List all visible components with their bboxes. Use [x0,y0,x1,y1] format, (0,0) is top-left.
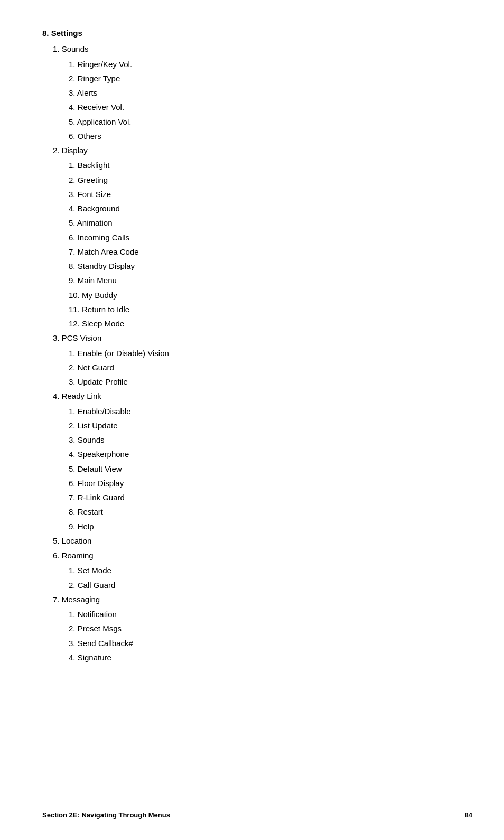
list-item: 4. Speakerphone [69,447,472,461]
list-item: 2. Call Guard [69,578,472,592]
section-header: 8. Settings [42,26,472,40]
list-item: 6. Others [69,129,472,143]
list-item: 7. Messaging [53,593,472,606]
list-item: 3. Send Callback# [69,637,472,650]
list-item: 2. Preset Msgs [69,622,472,636]
list-item: 8. Restart [69,505,472,519]
list-item: 4. Ready Link [53,389,472,403]
list-item: 11. Return to Idle [69,303,472,316]
list-item: 1. Sounds [53,42,472,56]
page-footer: Section 2E: Navigating Through Menus 84 [0,811,504,819]
list-item: 1. Ringer/Key Vol. [69,58,472,71]
footer-left: Section 2E: Navigating Through Menus [42,811,170,819]
list-item: 12. Sleep Mode [69,317,472,331]
list-item: 2. List Update [69,419,472,433]
list-item: 3. Sounds [69,433,472,447]
list-item: 7. R-Link Guard [69,491,472,505]
list-item: 1. Notification [69,608,472,621]
list-item: 5. Default View [69,462,472,476]
list-item: 1. Set Mode [69,564,472,577]
list-item: 5. Location [53,534,472,548]
list-item: 3. Font Size [69,188,472,201]
list-item: 1. Backlight [69,158,472,172]
list-item: 9. Help [69,520,472,534]
list-item: 3. Update Profile [69,375,472,389]
list-item: 4. Signature [69,651,472,665]
list-item: 9. Main Menu [69,274,472,287]
list-item: 4. Background [69,202,472,216]
items-container: 1. Sounds1. Ringer/Key Vol.2. Ringer Typ… [42,42,472,665]
list-item: 3. PCS Vision [53,331,472,345]
list-item: 1. Enable (or Disable) Vision [69,347,472,360]
list-item: 5. Application Vol. [69,115,472,129]
list-item: 2. Greeting [69,173,472,187]
list-item: 4. Receiver Vol. [69,100,472,114]
list-item: 6. Incoming Calls [69,231,472,245]
list-item: 3. Alerts [69,86,472,100]
list-item: 6. Roaming [53,549,472,563]
footer-right: 84 [465,811,472,819]
list-item: 7. Match Area Code [69,245,472,259]
list-item: 1. Enable/Disable [69,405,472,418]
list-item: 5. Animation [69,216,472,230]
list-item: 6. Floor Display [69,477,472,490]
list-item: 8. Standby Display [69,259,472,273]
page-content: 8. Settings 1. Sounds1. Ringer/Key Vol.2… [0,0,504,707]
list-item: 2. Ringer Type [69,72,472,86]
list-item: 2. Net Guard [69,361,472,375]
list-item: 2. Display [53,144,472,157]
list-item: 10. My Buddy [69,288,472,302]
